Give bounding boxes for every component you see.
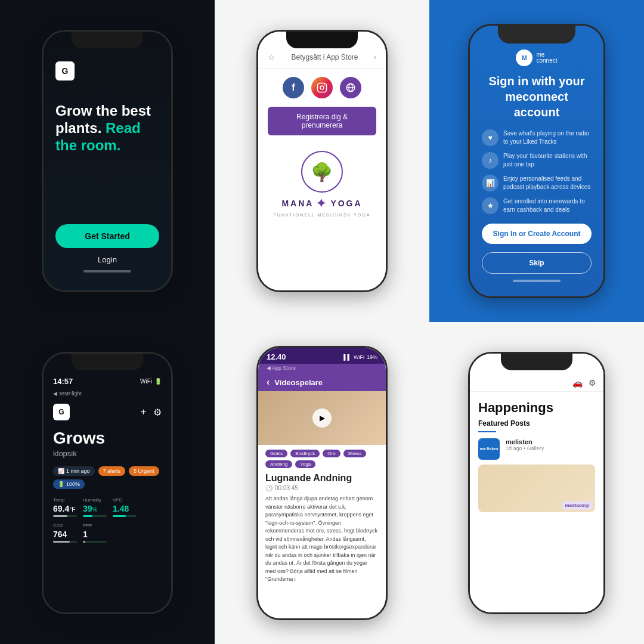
phone-grows: 14:57 WiFi 🔋 ◀ TestFlight G + ⚙ Grows kl… [42,352,173,614]
tag-item: Stress [343,450,367,457]
feature-item: ♥ Save what's playing on the radio to yo… [482,129,592,146]
nav-bar: ‹ Videospelare [258,373,386,391]
star-icon: ★ [482,197,499,214]
phone-notch [501,354,572,370]
device-name: klopsik [44,449,171,463]
phone4-content: 14:57 WiFi 🔋 ◀ TestFlight G + ⚙ Grows kl… [44,354,171,612]
status-icons: ▌▌ WiFi 19% [343,354,377,360]
yoga-tree-icon: 🌳 [301,151,343,193]
app-logo: G [55,61,75,80]
section-divider [478,431,496,432]
cell-grows-app: 14:57 WiFi 🔋 ◀ TestFlight G + ⚙ Grows kl… [0,322,215,644]
status-bar: 14:57 WiFi 🔋 [44,374,171,391]
mediacorp-badge: mediacorp [562,501,593,510]
feature-item: ★ Get enrolled into merewards to earn ca… [482,197,592,214]
signin-title: Sign in with your meconnect account [482,73,592,120]
add-icon[interactable]: + [141,407,146,418]
signin-button[interactable]: Sign In or Create Account [482,224,592,244]
wifi-icon: WiFi [354,354,364,360]
feature-text-2: Play your favourite stations with just o… [503,152,592,169]
page-title: Happenings [478,400,595,416]
top-icons-bar: 🚗 ⚙ [470,374,603,392]
back-button[interactable]: ‹ [267,377,270,388]
phone-plant: G Grow the best plants. Read the room. G… [42,30,173,292]
feature-item: 📊 Enjoy personalised feeds and podcast p… [482,175,592,191]
login-button[interactable]: Login [55,255,159,264]
star-icon: ☆ [268,52,275,62]
app-logo: G [53,404,70,420]
chevron-right-icon: › [374,53,376,61]
gear-icon[interactable]: ⚙ [153,407,162,418]
avatar: me listen [478,438,500,460]
get-started-button[interactable]: Get Started [55,224,159,248]
temp-sensor: Temp 69.4°F [53,497,77,517]
urgent-pill: 5 Urgent [129,466,159,476]
filter-icon[interactable]: ⚙ [589,378,596,388]
instagram-icon[interactable] [311,77,333,98]
chart-icon: 📊 [482,175,499,191]
skip-button[interactable]: Skip [482,252,592,274]
status-bar: 12.40 ▌▌ WiFi 19% [258,348,386,364]
battery-indicator: 19% [367,354,377,360]
video-title: Lugnande Andning [258,470,386,485]
yoga-brand-name: MANA ✦ YOGA [281,196,362,210]
tag-item: Andning [265,460,292,468]
vpd-value: 1.48 [113,504,137,513]
post-username: melisten [506,438,544,445]
headline: Grow the best plants. Read the room. [55,103,159,154]
home-indicator [513,280,561,282]
web-icon[interactable] [340,77,361,98]
meconnect-brand: me connect [536,52,557,64]
temp-label: Temp [53,497,77,503]
time-display: 12.40 [267,352,286,361]
phone-yoga: ☆ Betygsätt i App Store › f [256,30,388,292]
ppf-value: 1 [83,530,107,539]
humidity-sensor: Humidity 39% [83,497,107,517]
app-grid: G Grow the best plants. Read the room. G… [0,0,644,644]
meconnect-logo-icon: M [516,49,532,66]
post-item: me listen melisten 1d ago • Gallery [478,438,595,460]
phone-meconnect: M me connect Sign in with your meconnect… [468,24,605,298]
social-icons: f [258,69,386,107]
register-button[interactable]: Registrera dig & prenumerera [268,107,376,135]
signal-icon: ▌▌ [343,354,351,360]
humidity-value: 39% [83,504,107,513]
yoga-subtitle: FUNKTIONELL MEDICINSK YOGA [274,213,371,217]
tag-item: Oro [323,450,340,457]
features-list: ♥ Save what's playing on the radio to yo… [482,129,592,214]
ppf-label: PPF [83,523,107,528]
meconnect-logo: M me connect [482,49,592,66]
car-icon[interactable]: 🚗 [572,378,583,388]
yoga-logo-area: 🌳 MANA ✦ YOGA FUNKTIONELL MEDICINSK YOGA [258,145,386,290]
alerts-pill: 7 alerts [98,466,126,476]
nav-title: Videospelare [274,378,323,387]
section-title: Featured Posts [478,419,595,428]
phone-notch [286,32,358,48]
phone-notch [72,354,143,370]
status-icons: WiFi 🔋 [140,378,162,385]
video-thumbnail[interactable]: ▶ [258,391,386,445]
tag-item: Gratis [265,450,287,457]
humidity-label: Humidity [83,497,107,503]
cell-video-app: 12.40 ▌▌ WiFi 19% ◀ App Store ‹ Videospe… [215,322,429,644]
cell-plant-app: G Grow the best plants. Read the room. G… [0,0,215,322]
cell-meconnect: M me connect Sign in with your meconnect… [429,0,644,322]
time-pill: 📈 1 min ago [53,466,95,476]
co2-label: CO2 [53,523,77,528]
music-icon: ♪ [482,152,499,169]
play-button[interactable]: ▶ [312,408,332,428]
post-timestamp: 1d ago • Gallery [506,445,544,451]
vpd-label: VPD [113,497,137,503]
facebook-icon[interactable]: f [283,77,304,98]
status-pills: 📈 1 min ago 7 alerts 5 Urgent 🔋 100% [44,463,171,493]
svg-point-2 [324,84,325,85]
home-indicator [83,270,131,273]
main-content: Happenings Featured Posts me listen meli… [470,392,603,612]
svg-point-1 [320,86,324,89]
clock-icon: 🕐 [265,485,273,491]
topbar: ☆ Betygsätt i App Store › [258,52,386,69]
battery-pill: 🔋 100% [53,479,85,489]
ppf-sensor: PPF 1 [83,523,107,543]
app-store-back: ◀ App Store [258,364,386,373]
video-description: Att andas långa djupa andetag enbart gen… [258,495,386,584]
